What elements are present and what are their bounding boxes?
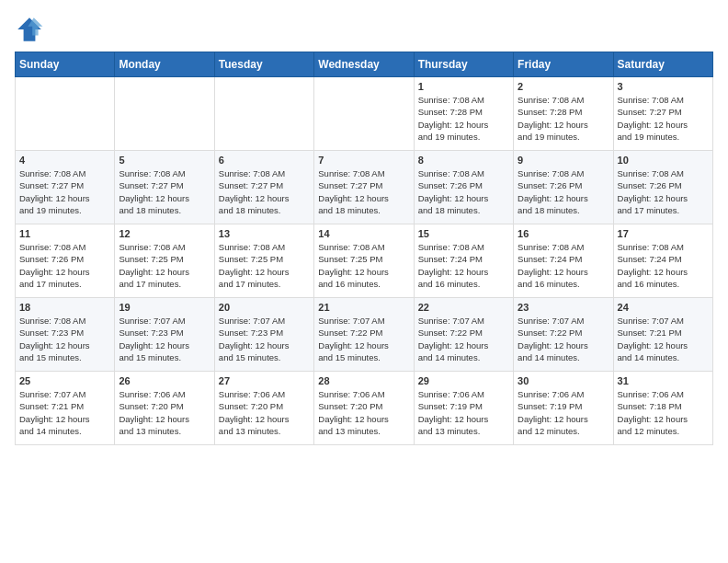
- day-info: Sunrise: 7:08 AM Sunset: 7:27 PM Dayligh…: [219, 167, 310, 216]
- calendar-cell: 8Sunrise: 7:08 AM Sunset: 7:26 PM Daylig…: [414, 151, 513, 224]
- day-number: 22: [418, 302, 509, 313]
- day-info: Sunrise: 7:08 AM Sunset: 7:28 PM Dayligh…: [418, 94, 509, 143]
- calendar-cell: 28Sunrise: 7:06 AM Sunset: 7:20 PM Dayli…: [314, 372, 414, 445]
- calendar-cell: 27Sunrise: 7:06 AM Sunset: 7:20 PM Dayli…: [214, 372, 313, 445]
- calendar-cell: 19Sunrise: 7:07 AM Sunset: 7:23 PM Dayli…: [115, 298, 214, 372]
- calendar-week-2: 4Sunrise: 7:08 AM Sunset: 7:27 PM Daylig…: [16, 151, 713, 224]
- day-number: 23: [518, 302, 609, 313]
- day-number: 16: [518, 228, 609, 239]
- day-number: 8: [418, 155, 509, 166]
- day-info: Sunrise: 7:07 AM Sunset: 7:23 PM Dayligh…: [119, 315, 210, 363]
- calendar-cell: 10Sunrise: 7:08 AM Sunset: 7:26 PM Dayli…: [613, 151, 712, 224]
- day-info: Sunrise: 7:08 AM Sunset: 7:24 PM Dayligh…: [618, 241, 709, 290]
- day-number: 24: [618, 302, 709, 313]
- day-number: 3: [618, 81, 709, 92]
- header-wednesday: Wednesday: [314, 52, 414, 77]
- day-number: 25: [19, 375, 110, 386]
- day-number: 13: [219, 228, 310, 239]
- calendar-cell: 11Sunrise: 7:08 AM Sunset: 7:26 PM Dayli…: [16, 224, 115, 298]
- calendar-week-3: 11Sunrise: 7:08 AM Sunset: 7:26 PM Dayli…: [16, 224, 713, 298]
- day-info: Sunrise: 7:08 AM Sunset: 7:27 PM Dayligh…: [318, 167, 409, 216]
- calendar-cell: 26Sunrise: 7:06 AM Sunset: 7:20 PM Dayli…: [115, 372, 214, 445]
- calendar-cell: 30Sunrise: 7:06 AM Sunset: 7:19 PM Dayli…: [514, 372, 613, 445]
- day-info: Sunrise: 7:08 AM Sunset: 7:26 PM Dayligh…: [518, 167, 609, 216]
- day-number: 19: [119, 302, 210, 313]
- day-number: 9: [518, 155, 609, 166]
- day-number: 10: [618, 155, 709, 166]
- day-number: 31: [618, 375, 709, 386]
- day-info: Sunrise: 7:08 AM Sunset: 7:27 PM Dayligh…: [19, 167, 110, 216]
- day-number: 1: [418, 81, 509, 92]
- day-number: 2: [518, 81, 609, 92]
- calendar-week-4: 18Sunrise: 7:08 AM Sunset: 7:23 PM Dayli…: [16, 298, 713, 372]
- logo: [15, 15, 48, 44]
- day-number: 30: [518, 375, 609, 386]
- day-info: Sunrise: 7:06 AM Sunset: 7:20 PM Dayligh…: [318, 388, 409, 437]
- calendar-cell: 16Sunrise: 7:08 AM Sunset: 7:24 PM Dayli…: [514, 224, 613, 298]
- calendar-week-1: 1Sunrise: 7:08 AM Sunset: 7:28 PM Daylig…: [16, 77, 713, 151]
- calendar-cell: [115, 77, 214, 151]
- header-saturday: Saturday: [613, 52, 712, 77]
- calendar-cell: 12Sunrise: 7:08 AM Sunset: 7:25 PM Dayli…: [115, 224, 214, 298]
- day-number: 29: [418, 375, 509, 386]
- day-info: Sunrise: 7:08 AM Sunset: 7:27 PM Dayligh…: [618, 94, 709, 143]
- day-info: Sunrise: 7:08 AM Sunset: 7:26 PM Dayligh…: [618, 167, 709, 216]
- header-tuesday: Tuesday: [214, 52, 313, 77]
- day-info: Sunrise: 7:07 AM Sunset: 7:22 PM Dayligh…: [318, 315, 409, 363]
- calendar-cell: [214, 77, 313, 151]
- header-monday: Monday: [115, 52, 214, 77]
- day-info: Sunrise: 7:06 AM Sunset: 7:20 PM Dayligh…: [119, 388, 210, 437]
- calendar-cell: 24Sunrise: 7:07 AM Sunset: 7:21 PM Dayli…: [613, 298, 712, 372]
- day-number: 20: [219, 302, 310, 313]
- day-info: Sunrise: 7:08 AM Sunset: 7:28 PM Dayligh…: [518, 94, 609, 143]
- day-number: 6: [219, 155, 310, 166]
- calendar-cell: 7Sunrise: 7:08 AM Sunset: 7:27 PM Daylig…: [314, 151, 414, 224]
- day-info: Sunrise: 7:06 AM Sunset: 7:20 PM Dayligh…: [219, 388, 310, 437]
- page-header: [15, 15, 713, 44]
- calendar-cell: 18Sunrise: 7:08 AM Sunset: 7:23 PM Dayli…: [16, 298, 115, 372]
- day-info: Sunrise: 7:06 AM Sunset: 7:19 PM Dayligh…: [518, 388, 609, 437]
- day-info: Sunrise: 7:08 AM Sunset: 7:25 PM Dayligh…: [318, 241, 409, 290]
- calendar-cell: 4Sunrise: 7:08 AM Sunset: 7:27 PM Daylig…: [16, 151, 115, 224]
- day-number: 12: [119, 228, 210, 239]
- calendar-cell: 1Sunrise: 7:08 AM Sunset: 7:28 PM Daylig…: [414, 77, 513, 151]
- day-number: 27: [219, 375, 310, 386]
- header-friday: Friday: [514, 52, 613, 77]
- calendar-cell: 29Sunrise: 7:06 AM Sunset: 7:19 PM Dayli…: [414, 372, 513, 445]
- day-info: Sunrise: 7:08 AM Sunset: 7:23 PM Dayligh…: [19, 315, 110, 363]
- calendar-cell: [314, 77, 414, 151]
- day-info: Sunrise: 7:08 AM Sunset: 7:24 PM Dayligh…: [518, 241, 609, 290]
- day-number: 28: [318, 375, 409, 386]
- day-number: 14: [318, 228, 409, 239]
- calendar-cell: 20Sunrise: 7:07 AM Sunset: 7:23 PM Dayli…: [214, 298, 313, 372]
- calendar-cell: 14Sunrise: 7:08 AM Sunset: 7:25 PM Dayli…: [314, 224, 414, 298]
- day-info: Sunrise: 7:08 AM Sunset: 7:26 PM Dayligh…: [418, 167, 509, 216]
- day-info: Sunrise: 7:06 AM Sunset: 7:19 PM Dayligh…: [418, 388, 509, 437]
- calendar-cell: 21Sunrise: 7:07 AM Sunset: 7:22 PM Dayli…: [314, 298, 414, 372]
- day-info: Sunrise: 7:08 AM Sunset: 7:27 PM Dayligh…: [119, 167, 210, 216]
- calendar-cell: 5Sunrise: 7:08 AM Sunset: 7:27 PM Daylig…: [115, 151, 214, 224]
- calendar-table: SundayMondayTuesdayWednesdayThursdayFrid…: [15, 52, 713, 445]
- calendar-cell: 22Sunrise: 7:07 AM Sunset: 7:22 PM Dayli…: [414, 298, 513, 372]
- day-info: Sunrise: 7:08 AM Sunset: 7:24 PM Dayligh…: [418, 241, 509, 290]
- calendar-cell: 25Sunrise: 7:07 AM Sunset: 7:21 PM Dayli…: [16, 372, 115, 445]
- calendar-cell: 3Sunrise: 7:08 AM Sunset: 7:27 PM Daylig…: [613, 77, 712, 151]
- day-info: Sunrise: 7:07 AM Sunset: 7:22 PM Dayligh…: [518, 315, 609, 363]
- calendar-cell: 15Sunrise: 7:08 AM Sunset: 7:24 PM Dayli…: [414, 224, 513, 298]
- day-info: Sunrise: 7:08 AM Sunset: 7:25 PM Dayligh…: [219, 241, 310, 290]
- day-number: 18: [19, 302, 110, 313]
- day-info: Sunrise: 7:07 AM Sunset: 7:22 PM Dayligh…: [418, 315, 509, 363]
- calendar-week-5: 25Sunrise: 7:07 AM Sunset: 7:21 PM Dayli…: [16, 372, 713, 445]
- calendar-cell: 6Sunrise: 7:08 AM Sunset: 7:27 PM Daylig…: [214, 151, 313, 224]
- calendar-cell: 23Sunrise: 7:07 AM Sunset: 7:22 PM Dayli…: [514, 298, 613, 372]
- calendar-header-row: SundayMondayTuesdayWednesdayThursdayFrid…: [16, 52, 713, 77]
- day-number: 21: [318, 302, 409, 313]
- header-thursday: Thursday: [414, 52, 513, 77]
- day-info: Sunrise: 7:08 AM Sunset: 7:25 PM Dayligh…: [119, 241, 210, 290]
- day-info: Sunrise: 7:08 AM Sunset: 7:26 PM Dayligh…: [19, 241, 110, 290]
- day-number: 11: [19, 228, 110, 239]
- calendar-cell: 2Sunrise: 7:08 AM Sunset: 7:28 PM Daylig…: [514, 77, 613, 151]
- day-info: Sunrise: 7:06 AM Sunset: 7:18 PM Dayligh…: [618, 388, 709, 437]
- day-number: 5: [119, 155, 210, 166]
- day-info: Sunrise: 7:07 AM Sunset: 7:21 PM Dayligh…: [618, 315, 709, 363]
